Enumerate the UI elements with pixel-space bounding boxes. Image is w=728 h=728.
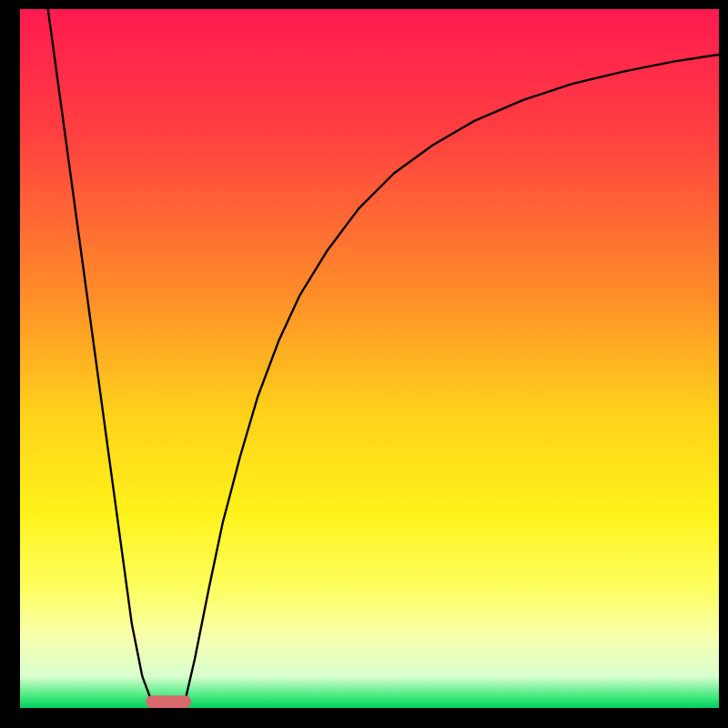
chart-marker	[146, 695, 191, 708]
chart-background	[20, 9, 719, 708]
chart-plot-area	[20, 9, 719, 708]
chart-svg	[20, 9, 719, 708]
bottom-marker	[146, 695, 191, 708]
chart-frame: TheBottleneck.com	[0, 0, 728, 728]
